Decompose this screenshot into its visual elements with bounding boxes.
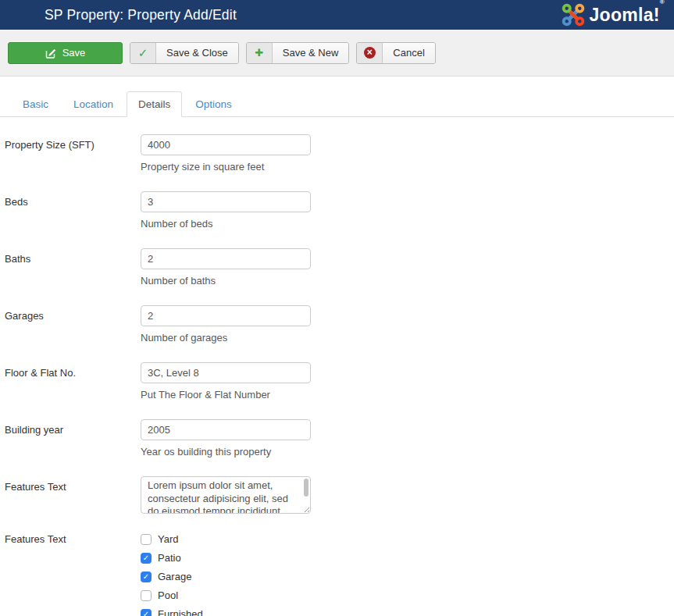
feature-options: ✓ Yard ✓ Patio ✓ Garage ✓ Pool ✓ Furnish…	[141, 532, 203, 616]
field-label: Property Size (SFT)	[0, 134, 141, 173]
feature-option-yard: ✓ Yard	[141, 533, 203, 545]
field-hint: Year os building this property	[141, 446, 311, 458]
toolbar: Save ✓ Save & Close ✚ Save & New × Cance…	[0, 30, 674, 77]
field-label: Beds	[0, 191, 141, 230]
cancel-label: Cancel	[383, 43, 434, 63]
cancel-button[interactable]: × Cancel	[356, 42, 435, 64]
check-icon: ✓	[130, 43, 156, 63]
floor-flat-input[interactable]	[141, 362, 311, 383]
checkbox-garage[interactable]: ✓	[141, 571, 152, 582]
field-label: Features Text	[0, 532, 141, 616]
tab-location[interactable]: Location	[62, 91, 125, 117]
field-hint: Number of garages	[141, 332, 311, 344]
features-textarea[interactable]: Lorem ipsum dolor sit amet, consectetur …	[141, 476, 311, 514]
checkbox-patio[interactable]: ✓	[141, 553, 152, 564]
checkbox-furnished[interactable]: ✓	[141, 609, 152, 616]
building-year-input[interactable]	[141, 419, 311, 440]
field-controls: Lorem ipsum dolor sit amet, consectetur …	[141, 476, 311, 514]
field-hint: Put The Floor & Flat Number	[141, 389, 311, 401]
details-form: Property Size (SFT) Property size in squ…	[0, 117, 674, 616]
feature-option-patio: ✓ Patio	[141, 552, 203, 564]
field-features-checkboxes: Features Text ✓ Yard ✓ Patio ✓ Garage ✓ …	[0, 532, 674, 616]
checkbox-label: Furnished	[158, 608, 203, 616]
textarea-scrollbar-thumb[interactable]	[304, 479, 308, 497]
checkbox-label: Garage	[158, 571, 191, 582]
tab-details[interactable]: Details	[127, 91, 182, 117]
check-mark-icon: ✓	[143, 611, 149, 616]
beds-input[interactable]	[141, 191, 311, 212]
feature-option-furnished: ✓ Furnished	[141, 608, 203, 616]
field-label: Baths	[0, 248, 141, 287]
field-controls: Put The Floor & Flat Number	[141, 362, 311, 401]
feature-option-pool: ✓ Pool	[141, 589, 203, 601]
joomla-logo-icon	[561, 3, 586, 27]
plus-icon: ✚	[247, 43, 273, 63]
field-label: Building year	[0, 419, 141, 458]
save-close-label: Save & Close	[156, 43, 238, 63]
field-controls: Property size in square feet	[141, 134, 311, 173]
checkbox-pool[interactable]: ✓	[141, 590, 152, 601]
field-hint: Property size in square feet	[141, 161, 311, 173]
save-button[interactable]: Save	[8, 42, 123, 64]
checkbox-yard[interactable]: ✓	[141, 534, 152, 545]
field-label: Floor & Flat No.	[0, 362, 141, 401]
save-new-button[interactable]: ✚ Save & New	[246, 42, 350, 64]
tab-bar: Basic Location Details Options	[0, 77, 674, 117]
field-garages: Garages Number of garages	[0, 305, 674, 344]
edit-icon	[45, 48, 56, 59]
field-baths: Baths Number of baths	[0, 248, 674, 287]
field-building-year: Building year Year os building this prop…	[0, 419, 674, 458]
header: SP Property: Property Add/Edit Joomla!®	[0, 0, 674, 30]
field-hint: Number of baths	[141, 275, 311, 287]
joomla-wordmark: Joomla!®	[590, 5, 665, 26]
garages-input[interactable]	[141, 305, 311, 326]
field-label: Garages	[0, 305, 141, 344]
feature-option-garage: ✓ Garage	[141, 571, 203, 582]
property-size-input[interactable]	[141, 134, 311, 155]
field-controls: Year os building this property	[141, 419, 311, 458]
save-close-button[interactable]: ✓ Save & Close	[130, 42, 239, 64]
features-textarea-wrap: Lorem ipsum dolor sit amet, consectetur …	[141, 476, 311, 514]
check-mark-icon: ✓	[143, 573, 149, 581]
tab-options[interactable]: Options	[184, 91, 244, 117]
field-controls: Number of baths	[141, 248, 311, 287]
registered-mark: ®	[660, 0, 665, 5]
field-hint: Number of beds	[141, 218, 311, 230]
checkbox-label: Pool	[158, 589, 178, 601]
field-controls: Number of garages	[141, 305, 311, 344]
joomla-logo: Joomla!®	[561, 3, 665, 27]
save-new-label: Save & New	[273, 43, 349, 63]
baths-input[interactable]	[141, 248, 311, 269]
field-features-text: Features Text Lorem ipsum dolor sit amet…	[0, 476, 674, 514]
page-title: SP Property: Property Add/Edit	[45, 7, 237, 23]
checkbox-label: Yard	[158, 533, 179, 545]
tab-basic[interactable]: Basic	[11, 91, 60, 117]
check-mark-icon: ✓	[143, 554, 149, 562]
field-beds: Beds Number of beds	[0, 191, 674, 230]
field-floor-flat: Floor & Flat No. Put The Floor & Flat Nu…	[0, 362, 674, 401]
cancel-icon: ×	[357, 43, 383, 63]
save-button-label: Save	[62, 47, 86, 59]
field-property-size: Property Size (SFT) Property size in squ…	[0, 134, 674, 173]
field-label: Features Text	[0, 476, 141, 514]
checkbox-label: Patio	[158, 552, 181, 564]
field-controls: Number of beds	[141, 191, 311, 230]
